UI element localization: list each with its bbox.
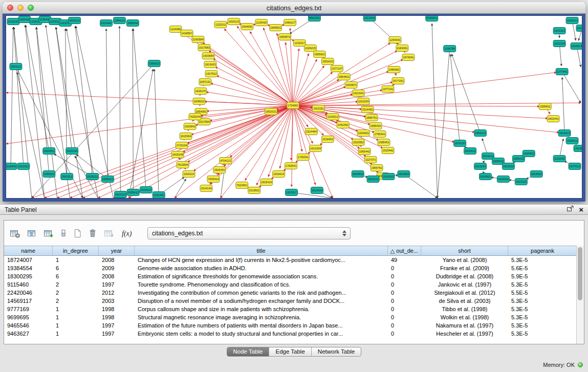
graph-node[interactable]: 1808022 bbox=[193, 98, 205, 105]
column-header-in_degree[interactable]: in_degree bbox=[53, 246, 99, 255]
graph-node[interactable]: 1554872 bbox=[279, 34, 291, 40]
graph-node[interactable]: 1915313 bbox=[553, 28, 565, 34]
graph-node[interactable]: 1602441 bbox=[547, 116, 559, 122]
column-header-short[interactable]: short bbox=[421, 246, 508, 255]
table-row[interactable]: 2242004622012Investigating the contribut… bbox=[4, 289, 577, 297]
graph-node[interactable]: 1418567 bbox=[181, 30, 193, 37]
graph-node[interactable]: 1595811 bbox=[539, 103, 551, 110]
import-table-icon[interactable] bbox=[103, 228, 115, 238]
table-row[interactable]: 969969511998Structural magnetic resonanc… bbox=[4, 313, 577, 321]
table-row[interactable]: 1830029562008Estimation of significance … bbox=[4, 272, 577, 280]
graph-node[interactable]: 8183041 bbox=[426, 16, 438, 21]
table-row[interactable]: 977716911998Corpus callosum shape and si… bbox=[4, 305, 577, 313]
column-header-title[interactable]: title bbox=[135, 246, 388, 255]
graph-node[interactable]: 4704121 bbox=[220, 158, 232, 164]
graph-node[interactable]: 1955821 bbox=[313, 51, 325, 58]
column-header-out_de[interactable]: △ out_de... bbox=[388, 246, 421, 255]
table-add-icon[interactable] bbox=[43, 228, 54, 238]
graph-node[interactable]: 1222011 bbox=[214, 21, 227, 28]
graph-node[interactable]: 1815423 bbox=[204, 61, 216, 68]
zoom-window-button[interactable] bbox=[28, 5, 34, 11]
graph-node[interactable]: 9562251 bbox=[308, 16, 320, 21]
graph-node[interactable]: 1585491 bbox=[369, 123, 382, 129]
graph-node[interactable]: 1451491 bbox=[337, 122, 349, 128]
graph-node[interactable]: 1913122 bbox=[515, 179, 527, 185]
graph-node[interactable]: 7613844 bbox=[177, 162, 189, 168]
scrollbar-thumb[interactable] bbox=[578, 247, 582, 300]
dropdown-stepper-icon[interactable] bbox=[340, 230, 348, 236]
table-settings-icon[interactable] bbox=[9, 228, 20, 238]
graph-node[interactable]: 1510952 bbox=[352, 139, 364, 146]
graph-node[interactable]: 1254441 bbox=[389, 37, 401, 43]
graph-node[interactable]: 7625244 bbox=[189, 114, 201, 120]
graph-node[interactable]: 1915212 bbox=[566, 138, 578, 144]
graph-node[interactable]: 1955752 bbox=[371, 165, 383, 171]
graph-node[interactable]: 1026215 bbox=[304, 45, 316, 52]
graph-node[interactable]: 1677012 bbox=[569, 163, 581, 170]
graph-node[interactable]: 1669501 bbox=[270, 25, 282, 31]
new-document-icon[interactable] bbox=[73, 228, 82, 238]
table-row[interactable]: 946362711997Embryonic stem cells: a mode… bbox=[4, 330, 577, 338]
tab-node-table[interactable]: Node Table bbox=[227, 347, 270, 356]
table-selector-dropdown[interactable]: citations_edges.txt bbox=[147, 227, 351, 239]
graph-node[interactable]: 1515232 bbox=[86, 173, 99, 180]
graph-node[interactable]: 1065432 bbox=[18, 16, 31, 23]
graph-node[interactable]: 1254112 bbox=[113, 17, 125, 24]
graph-node[interactable]: 2184301 bbox=[396, 45, 408, 52]
graph-node[interactable]: 1955013 bbox=[43, 171, 55, 178]
graph-node[interactable]: 1612304 bbox=[309, 145, 321, 152]
table-row[interactable]: 946554611997Estimation of the future num… bbox=[4, 321, 577, 330]
graph-node[interactable]: 1514491 bbox=[361, 106, 374, 113]
graph-node[interactable]: 1915312 bbox=[114, 191, 126, 198]
graph-node[interactable]: 1913412 bbox=[576, 25, 582, 32]
graph-node[interactable]: 1832021 bbox=[265, 108, 277, 115]
graph-node[interactable]: 1514454 bbox=[305, 128, 317, 135]
graph-node[interactable]: 1127071 bbox=[364, 157, 377, 163]
graph-node[interactable]: 1918312 bbox=[566, 17, 578, 24]
graph-node[interactable]: 1915441 bbox=[213, 167, 226, 173]
graph-node[interactable]: 7623451 bbox=[236, 182, 248, 189]
graph-node[interactable]: 1913442 bbox=[100, 20, 113, 27]
column-header-year[interactable]: year bbox=[99, 246, 135, 255]
column-header-pagerank[interactable]: pagerank bbox=[508, 246, 577, 255]
graph-node[interactable]: 1162151 bbox=[312, 105, 324, 112]
graph-node[interactable]: 1563422 bbox=[321, 58, 334, 65]
graph-node[interactable]: 2204901 bbox=[357, 130, 369, 137]
graph-node[interactable]: 1679197 bbox=[454, 140, 466, 147]
graph-node[interactable]: 1485081 bbox=[388, 67, 400, 73]
graph-node[interactable]: 1915113 bbox=[140, 187, 152, 193]
graph-node[interactable]: 1974541 bbox=[402, 54, 415, 61]
graph-node[interactable]: 2161442 bbox=[153, 192, 165, 199]
graph-node[interactable]: 1919414 bbox=[273, 171, 285, 178]
graph-node[interactable]: 1762541 bbox=[285, 163, 297, 169]
graph-node[interactable]: 1604912 bbox=[352, 171, 364, 178]
delete-table-icon[interactable] bbox=[88, 228, 97, 238]
graph-node[interactable]: 1965012 bbox=[102, 176, 114, 183]
graph-node[interactable]: 1913414 bbox=[311, 187, 323, 194]
close-panel-icon[interactable]: × bbox=[579, 206, 583, 213]
graph-node[interactable]: 1915442 bbox=[382, 147, 394, 154]
graph-node[interactable]: 1915317 bbox=[286, 189, 298, 196]
graph-node[interactable]: 1120342 bbox=[553, 156, 565, 162]
graph-node[interactable]: 1503642 bbox=[184, 123, 196, 130]
vertical-scrollbar[interactable] bbox=[576, 246, 584, 344]
graph-node[interactable]: 1077147 bbox=[331, 65, 343, 72]
graph-node[interactable]: 1913218 bbox=[553, 40, 565, 47]
graph-node[interactable]: 1795441 bbox=[374, 131, 386, 138]
graph-node[interactable]: 1216012 bbox=[326, 114, 339, 120]
graph-node[interactable]: 1936170 bbox=[194, 88, 207, 95]
network-canvas[interactable]: 1724061122408214185672260584191758314206… bbox=[6, 15, 582, 199]
graph-node[interactable]: 2053111 bbox=[10, 63, 22, 70]
graph-node[interactable]: 1161024 bbox=[357, 98, 369, 105]
graph-node[interactable]: 1321641 bbox=[352, 90, 364, 97]
graph-node[interactable]: 1918442 bbox=[6, 163, 17, 170]
graph-node[interactable]: 1724061 bbox=[287, 102, 299, 109]
graph-node[interactable]: 7635414 bbox=[207, 176, 220, 183]
graph-node[interactable]: 1913312 bbox=[17, 163, 30, 170]
graph-node[interactable]: 1715164 bbox=[176, 142, 188, 149]
graph-node[interactable]: 1132017 bbox=[294, 40, 306, 47]
graph-node[interactable]: 1615364 bbox=[180, 133, 192, 140]
graph-node[interactable]: 1915123 bbox=[228, 18, 240, 25]
graph-node[interactable]: 1915402 bbox=[530, 171, 542, 178]
graph-node[interactable]: 1277441 bbox=[556, 69, 568, 75]
